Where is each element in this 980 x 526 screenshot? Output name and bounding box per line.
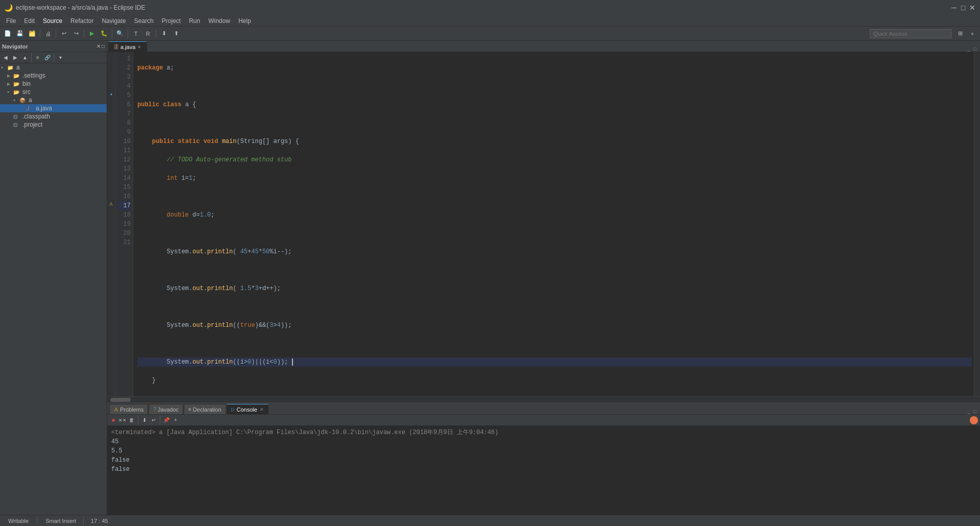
code-line-13: System.out.println( 1.5*3+d++); (137, 284, 972, 293)
gutter-7 (107, 107, 115, 116)
linenum-14: 14 (117, 174, 131, 183)
tab-declaration[interactable]: ≡ Declaration (184, 404, 226, 414)
maximize-editor-icon[interactable]: □ (972, 46, 978, 52)
tree-item-project-file[interactable]: ⊡ .project (0, 121, 107, 129)
editor-hscrollbar[interactable] (107, 396, 980, 402)
gutter-13 (107, 162, 115, 172)
classpath-icon: ⊡ (13, 114, 21, 119)
next-annotation-button[interactable]: ⬇ (158, 28, 169, 39)
search-button[interactable]: 🔍 (114, 28, 126, 39)
nav-back-button[interactable]: ◀ (1, 53, 10, 62)
menu-refactor[interactable]: Refactor (66, 16, 97, 26)
nav-collapse-button[interactable]: ≡ (33, 53, 42, 62)
right-scrollbar[interactable] (974, 52, 980, 396)
menu-edit[interactable]: Edit (20, 16, 39, 26)
perspectives-button[interactable]: ⊞ (954, 28, 966, 39)
menu-project[interactable]: Project (158, 16, 185, 26)
undo-button[interactable]: ↩ (58, 28, 69, 39)
nav-up-button[interactable]: ▲ (20, 53, 30, 62)
navigator-panel: Navigator ✕ □ ◀ ▶ ▲ ≡ 🔗 ▾ ▾ (0, 41, 107, 515)
code-line-11: System.out.println( 45+45*50%i--); (137, 247, 972, 256)
save-button[interactable]: 💾 (14, 28, 26, 39)
close-button[interactable]: ✕ (969, 4, 976, 11)
tab-javadoc[interactable]: ? Javadoc (149, 404, 183, 414)
menu-navigate[interactable]: Navigate (97, 16, 130, 26)
debug-button[interactable]: 🐛 (99, 28, 110, 39)
tree-label-package-a: a (29, 97, 32, 104)
console-output-false-2: false (111, 465, 976, 474)
hscroll-thumb[interactable] (110, 398, 131, 402)
code-line-1: package a; (137, 63, 972, 73)
console-word-wrap-button[interactable]: ↵ (150, 416, 158, 424)
menu-help[interactable]: Help (234, 16, 255, 26)
tree-item-src[interactable]: ▾ 📂 src (0, 88, 107, 96)
maximize-button[interactable]: □ (960, 4, 967, 11)
menu-search[interactable]: Search (130, 16, 158, 26)
tree-item-settings[interactable]: ▶ 📂 .settings (0, 71, 107, 80)
status-sep-2 (83, 516, 84, 525)
console-new-button[interactable]: + (172, 416, 180, 424)
java-file-icon: J (26, 106, 34, 111)
open-perspective-button[interactable]: + (967, 28, 978, 39)
toolbar-sep-1 (40, 29, 40, 38)
status-bar: Writable Smart Insert 17 : 45 (0, 515, 980, 526)
editor-tab-a-java[interactable]: J a.java ✕ (108, 41, 147, 52)
nav-forward-button[interactable]: ▶ (11, 53, 20, 62)
open-type-button[interactable]: T (130, 28, 141, 39)
tree-item-classpath[interactable]: ⊡ .classpath (0, 112, 107, 121)
menu-window[interactable]: Window (204, 16, 234, 26)
tree-item-bin[interactable]: ▶ 📂 bin (0, 80, 107, 88)
new-button[interactable]: 📄 (2, 28, 13, 39)
nav-link-button[interactable]: 🔗 (43, 53, 52, 62)
nav-sep-2 (54, 53, 54, 62)
console-output-45: 45 (111, 437, 976, 446)
tree-arrow-bin: ▶ (7, 82, 13, 86)
navigator-max-icon[interactable]: □ (102, 43, 105, 49)
orange-status-circle (970, 416, 978, 424)
console-output-false-1: false (111, 456, 976, 465)
linenum-20: 20 (117, 229, 131, 238)
navigator-header: Navigator ✕ □ (0, 41, 107, 52)
save-all-button[interactable]: 🗂️ (27, 28, 38, 39)
code-editor[interactable]: ⬥ ⚠ (107, 52, 980, 396)
bottom-min-icon[interactable]: _ (966, 409, 972, 414)
quick-access-input[interactable] (870, 29, 951, 38)
linenum-3: 3 (117, 73, 131, 82)
linenum-12: 12 (117, 155, 131, 164)
tree-item-java-a[interactable]: J a.java (0, 104, 107, 112)
tree-item-package-a[interactable]: ▾ 📦 a (0, 96, 107, 104)
console-pin-button[interactable]: 📌 (162, 416, 170, 424)
tab-close-icon[interactable]: ✕ (137, 44, 141, 50)
status-position: 17 : 45 (87, 518, 112, 524)
redo-button[interactable]: ↪ (70, 28, 82, 39)
tab-console[interactable]: ▷ Console ✕ (227, 404, 268, 414)
minimize-button[interactable]: ─ (950, 4, 958, 11)
console-close-all-button[interactable]: ✕✕ (118, 416, 127, 424)
menu-source[interactable]: Source (39, 16, 66, 26)
gutter-12 (107, 153, 115, 162)
open-resource-button[interactable]: R (142, 28, 154, 39)
navigator-title: Navigator (2, 43, 96, 50)
status-writable: Writable (4, 518, 33, 524)
console-terminate-button[interactable]: ■ (109, 416, 117, 424)
tab-problems[interactable]: ⚠ Problems (109, 404, 148, 414)
tree-label-src: src (22, 88, 31, 95)
console-clear-button[interactable]: 🗑 (128, 416, 136, 424)
menu-file[interactable]: File (2, 16, 20, 26)
navigator-toolbar: ◀ ▶ ▲ ≡ 🔗 ▾ (0, 52, 107, 63)
minimize-editor-icon[interactable]: _ (966, 46, 972, 52)
print-button[interactable]: 🖨 (42, 28, 54, 39)
bottom-max-icon[interactable]: □ (972, 409, 978, 414)
code-line-9: double d=1.0; (137, 210, 972, 220)
navigator-close-icon[interactable]: ✕ (96, 43, 101, 49)
code-content[interactable]: package a; public class a { public stati… (133, 52, 974, 396)
console-close-icon[interactable]: ✕ (260, 407, 264, 412)
tree-item-project-a[interactable]: ▾ 📁 a (0, 63, 107, 71)
prev-annotation-button[interactable]: ⬆ (170, 28, 182, 39)
tab-icon-java: J (114, 44, 118, 50)
run-button[interactable]: ▶ (86, 28, 97, 39)
nav-menu-button[interactable]: ▾ (56, 53, 65, 62)
linenum-13: 13 (117, 164, 131, 174)
console-scroll-end-button[interactable]: ⬇ (140, 416, 149, 424)
menu-run[interactable]: Run (185, 16, 204, 26)
